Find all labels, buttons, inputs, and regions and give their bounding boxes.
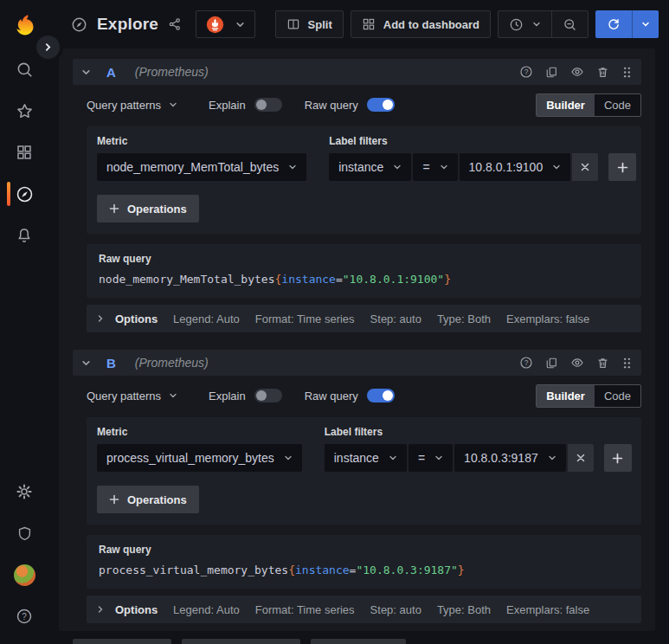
metric-value: node_memory_MemTotal_bytes (106, 160, 279, 174)
add-operations-button[interactable]: Operations (97, 486, 199, 513)
sidebar-item-alerting[interactable] (0, 215, 48, 256)
raw-close-brace: } (458, 564, 465, 576)
copy-query-icon[interactable] (545, 66, 558, 79)
query-datasource-name: (Prometheus) (135, 356, 209, 370)
datasource-picker[interactable] (196, 10, 255, 38)
sidebar-item-starred[interactable] (0, 90, 48, 132)
drag-handle-icon[interactable] (621, 66, 633, 79)
query-options-row[interactable]: Options Legend: Auto Format: Time series… (87, 596, 641, 623)
query-patterns-label: Query patterns (87, 390, 161, 402)
sidebar-item-explore[interactable] (0, 173, 48, 215)
options-exemplars: Exemplars: false (506, 312, 589, 325)
add-filter-button[interactable] (604, 444, 632, 472)
refresh-interval-dropdown[interactable] (633, 10, 659, 38)
options-title: Options (115, 603, 158, 616)
collapse-chevron-icon[interactable] (81, 358, 91, 368)
query-editor-body: Query patterns Explain Raw query Builder… (87, 92, 641, 332)
metric-label: Metric (97, 135, 306, 147)
sidebar-item-dashboards[interactable] (0, 132, 48, 173)
remove-filter-button[interactable] (572, 153, 598, 181)
metric-select[interactable]: process_virtual_memory_bytes (97, 444, 302, 472)
inspector-button[interactable]: Inspector (311, 639, 407, 644)
sidebar-item-configuration[interactable] (0, 471, 48, 512)
sidebar-item-server-admin[interactable] (0, 512, 48, 554)
chevron-down-icon (284, 454, 293, 462)
run-query-controls (595, 10, 659, 38)
query-editor-row-a: A (Prometheus) ? Query patterns Explain (73, 59, 641, 332)
svg-text:?: ? (524, 68, 529, 76)
search-icon (16, 61, 34, 79)
filter-label-select[interactable]: instance (329, 153, 411, 181)
chevron-down-icon (548, 454, 556, 462)
expand-sidebar-button[interactable] (36, 35, 60, 59)
add-query-button[interactable]: Add query (73, 639, 171, 644)
sidebar-item-profile[interactable] (0, 554, 48, 596)
query-patterns-label: Query patterns (87, 99, 161, 112)
add-operations-button[interactable]: Operations (97, 195, 199, 222)
query-patterns-button[interactable]: Query patterns (87, 99, 177, 112)
filter-operator-value: = (422, 160, 429, 174)
raw-query-toggle[interactable] (367, 389, 395, 402)
options-type: Type: Both (437, 603, 491, 616)
raw-query-title: Raw query (99, 544, 629, 556)
filter-value: 10.8.0.1:9100 (469, 160, 544, 174)
help-icon[interactable]: ? (519, 356, 533, 370)
options-title: Options (115, 312, 158, 325)
help-icon[interactable]: ? (519, 65, 533, 79)
filter-operator-select[interactable]: = (408, 444, 453, 472)
raw-equals: = (336, 273, 343, 286)
options-step: Step: auto (370, 312, 421, 325)
bell-icon (16, 227, 33, 244)
collapse-chevron-icon[interactable] (81, 68, 91, 77)
chevron-down-icon (393, 163, 402, 171)
filter-label-select[interactable]: instance (325, 444, 407, 472)
grafana-logo[interactable] (0, 13, 48, 36)
filter-value-select[interactable]: 10.8.0.1:9100 (460, 153, 571, 181)
time-picker-button[interactable] (499, 11, 551, 37)
drag-handle-icon[interactable] (621, 357, 633, 370)
explain-toggle[interactable] (254, 389, 282, 402)
query-row-header[interactable]: B (Prometheus) ? (73, 350, 641, 376)
query-row-header[interactable]: A (Prometheus) ? (73, 59, 641, 85)
query-patterns-button[interactable]: Query patterns (87, 390, 177, 402)
filter-operator-select[interactable]: = (413, 153, 457, 181)
add-filter-button[interactable] (608, 153, 636, 181)
clock-icon (509, 17, 524, 32)
star-icon (16, 102, 34, 120)
query-history-button[interactable]: Query history (182, 639, 300, 644)
explain-toggle[interactable] (254, 98, 282, 112)
run-query-button[interactable] (595, 10, 632, 38)
query-options-row[interactable]: Options Legend: Auto Format: Time series… (87, 305, 641, 332)
zoom-out-time-button[interactable] (552, 11, 588, 37)
code-mode-tab[interactable]: Code (595, 94, 640, 116)
chevron-down-icon (288, 163, 297, 171)
filter-value-select[interactable]: 10.8.0.3:9187 (454, 444, 566, 472)
sidebar-item-help[interactable]: ? (0, 596, 48, 637)
remove-query-trash-icon[interactable] (596, 66, 609, 79)
shield-icon (16, 525, 33, 542)
disable-query-eye-icon[interactable] (570, 356, 584, 370)
query-ref-id: B (106, 356, 116, 370)
filter-operator-value: = (418, 451, 425, 465)
split-button[interactable]: Split (275, 10, 344, 38)
editor-mode-switch: Builder Code (536, 384, 641, 408)
raw-query-label: Raw query (305, 99, 358, 112)
compass-icon (16, 185, 34, 203)
copy-query-icon[interactable] (545, 357, 558, 370)
remove-query-trash-icon[interactable] (596, 357, 609, 370)
metric-select[interactable]: node_memory_MemTotal_bytes (97, 153, 306, 181)
split-label: Split (308, 18, 332, 31)
explore-compass-icon (71, 16, 87, 33)
remove-filter-button[interactable] (568, 444, 594, 472)
disable-query-eye-icon[interactable] (570, 65, 584, 79)
chevron-right-icon (96, 314, 105, 323)
builder-mode-tab[interactable]: Builder (537, 94, 595, 116)
share-icon[interactable] (168, 17, 182, 31)
add-to-dashboard-button[interactable]: Add to dashboard (351, 10, 491, 38)
label-filters-label: Label filters (329, 135, 636, 147)
plus-icon (109, 494, 119, 505)
raw-query-preview: Raw query process_virtual_memory_bytes{i… (87, 535, 641, 589)
code-mode-tab[interactable]: Code (595, 385, 640, 407)
raw-query-toggle[interactable] (367, 98, 395, 112)
builder-mode-tab[interactable]: Builder (537, 385, 595, 407)
